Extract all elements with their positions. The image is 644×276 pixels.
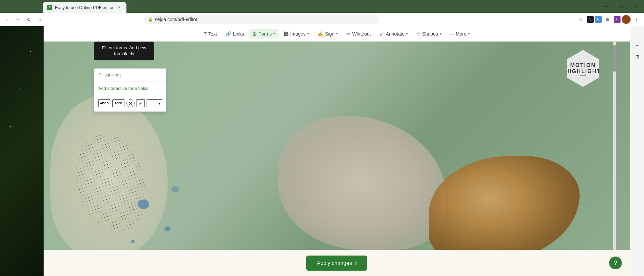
forms-icon: ⊞	[253, 31, 257, 37]
settings-button[interactable]: ⚙	[603, 15, 612, 24]
profile-avatar[interactable]	[622, 15, 631, 24]
sign-tool-button[interactable]: ✍ Sign ▾	[314, 29, 342, 39]
hex-title-line1: MOTION	[570, 62, 596, 68]
sign-tool-label: Sign	[325, 31, 334, 37]
forms-tool-label: Forms	[258, 31, 272, 37]
hex-shape: MOTION HIGHLIGHT	[565, 50, 601, 87]
more-dropdown-arrow: ▾	[468, 32, 470, 36]
zoom-out-icon: −	[636, 43, 638, 48]
zoom-in-icon: +	[636, 31, 638, 37]
menu-button[interactable]: ⋮	[632, 15, 641, 24]
new-tab-button[interactable]: +	[128, 3, 137, 12]
address-bar: ← → ↻ ⌂ 🔒 sejda.com/pdf-editor ☆ S C ⚙ H…	[0, 13, 644, 26]
shape-metallic	[429, 156, 580, 250]
dropdown-header-section: Fill out forms	[94, 69, 166, 82]
window-controls: — ☐ ✕	[598, 0, 644, 13]
scrollbar[interactable]	[613, 42, 616, 250]
shapes-tool-label: Shapes	[422, 31, 438, 37]
images-tool-button[interactable]: 🖼 Images ▾	[280, 29, 313, 39]
right-sidebar: + − ⊞	[630, 26, 644, 276]
form-fields-row: ABCD ABCD ⊙ ✓	[94, 97, 166, 109]
help-icon: ?	[614, 260, 618, 267]
radio-field-label: ⊙	[128, 101, 132, 106]
select-field-icon[interactable]: ▾	[147, 99, 162, 107]
text-field-label: ABCD	[100, 102, 109, 105]
shapes-tool-button[interactable]: ◇ Shapes ▾	[413, 29, 445, 39]
text-field-icon[interactable]: ABCD	[98, 99, 110, 107]
add-form-fields-link[interactable]: Add interactive form fields	[94, 84, 166, 93]
add-form-fields-text: Add interactive form fields	[98, 86, 149, 91]
tab-bar: S Easy to use Online PDF editor ✕ + — ☐ …	[0, 0, 644, 13]
shape-hand-area	[278, 116, 446, 250]
hex-dash-bottom	[580, 75, 586, 76]
text-tool-button[interactable]: T Text	[200, 29, 221, 39]
zoom-out-button[interactable]: −	[632, 40, 642, 50]
extension-icon-1[interactable]: S	[587, 16, 594, 23]
images-icon: 🖼	[284, 31, 288, 37]
whiteout-tool-button[interactable]: ✏ Whiteout	[342, 29, 375, 39]
zoom-in-button[interactable]: +	[632, 29, 642, 39]
shapes-dropdown-arrow: ▾	[440, 32, 441, 36]
bottom-bar: Apply changes › ?	[44, 250, 630, 276]
scrollbar-thumb[interactable]	[613, 45, 616, 72]
multiline-field-label: ABCD	[114, 102, 122, 105]
url-bar[interactable]: 🔒 sejda.com/pdf-editor	[144, 15, 379, 24]
links-tool-button[interactable]: 🔗 Links	[222, 29, 248, 39]
images-tool-label: Images	[290, 31, 306, 37]
shapes-icon: ◇	[417, 31, 420, 37]
multiline-field-icon[interactable]: ABCD	[112, 99, 124, 107]
back-button[interactable]: ←	[3, 15, 12, 24]
more-tool-button[interactable]: ··· More ▾	[446, 29, 474, 39]
extension-icon-3[interactable]: H	[614, 16, 621, 23]
help-button[interactable]: ?	[609, 257, 622, 269]
more-icon: ···	[450, 31, 454, 37]
reload-button[interactable]: ↻	[24, 15, 34, 24]
forms-dropdown: Fill out forms Add interactive form fiel…	[94, 68, 166, 112]
minimize-button[interactable]: —	[598, 0, 613, 13]
fit-page-button[interactable]: ⊞	[632, 52, 642, 62]
dropdown-header-row: Fill out forms	[94, 71, 166, 79]
secure-lock-icon: 🔒	[148, 17, 153, 22]
images-dropdown-arrow: ▾	[307, 32, 309, 36]
select-arrow-icon: ▾	[159, 102, 160, 105]
tooltip-text: Fill out forms. Add new form fields	[102, 45, 146, 56]
annotate-dropdown-arrow: ▾	[406, 32, 408, 36]
fit-page-icon: ⊞	[635, 54, 639, 59]
main-content: T Text 🔗 Links ⊞ Forms ▾ 🖼 Images ▾	[0, 26, 644, 276]
tab-close-button[interactable]: ✕	[116, 4, 122, 10]
bookmark-button[interactable]: ☆	[576, 15, 586, 24]
forward-button[interactable]: →	[13, 15, 23, 24]
text-icon: T	[204, 31, 207, 37]
annotate-tool-button[interactable]: 🖊 Annotate ▾	[375, 29, 412, 39]
checkbox-label: ✓	[139, 101, 143, 106]
pdf-editor-area: T Text 🔗 Links ⊞ Forms ▾ 🖼 Images ▾	[44, 26, 630, 276]
form-fields-icons-section: ABCD ABCD ⊙ ✓	[94, 95, 166, 111]
maximize-button[interactable]: ☐	[613, 0, 629, 13]
hex-dash-top	[580, 61, 586, 61]
dropdown-link-section: Add interactive form fields	[94, 82, 166, 95]
annotate-tool-label: Annotate	[386, 31, 405, 37]
checkbox-field-icon[interactable]: ✓	[137, 99, 145, 107]
forms-tool-button[interactable]: ⊞ Forms ▾	[249, 29, 279, 39]
left-edge-background	[0, 26, 44, 276]
apply-changes-button[interactable]: Apply changes ›	[306, 256, 368, 271]
close-button[interactable]: ✕	[629, 0, 644, 13]
hex-title-line2: HIGHLIGHT	[565, 68, 601, 74]
text-tool-label: Text	[208, 31, 217, 37]
radio-field-icon[interactable]: ⊙	[126, 99, 135, 107]
browser-tab[interactable]: S Easy to use Online PDF editor ✕	[43, 2, 126, 13]
home-button[interactable]: ⌂	[35, 15, 44, 24]
sign-dropdown-arrow: ▾	[336, 32, 338, 36]
whiteout-tool-label: Whiteout	[352, 31, 371, 37]
fill-forms-text: Fill out forms	[98, 73, 121, 77]
more-tool-label: More	[456, 31, 467, 37]
url-text: sejda.com/pdf-editor	[155, 17, 198, 22]
browser-window: S Easy to use Online PDF editor ✕ + — ☐ …	[0, 0, 644, 276]
forms-tooltip: Fill out forms. Add new form fields	[94, 42, 154, 60]
whiteout-icon: ✏	[346, 31, 351, 37]
links-tool-label: Links	[233, 31, 244, 37]
pdf-canvas[interactable]: MOTION HIGHLIGHT Fill out forms. Add new…	[44, 42, 630, 250]
browser-actions: ☆ S C ⚙ H ⋮	[576, 15, 641, 24]
toolbar: T Text 🔗 Links ⊞ Forms ▾ 🖼 Images ▾	[44, 26, 630, 42]
extension-icon-2[interactable]: C	[595, 16, 602, 23]
